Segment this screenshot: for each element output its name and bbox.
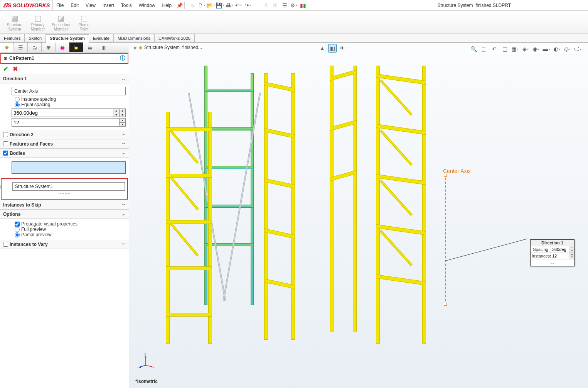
screen-capture-icon[interactable]: 🖵▾ [573, 45, 582, 53]
menu-file[interactable]: File [53, 0, 67, 11]
chevron-down-icon: ﹀ [122, 141, 126, 147]
tab-features[interactable]: Features [0, 34, 25, 42]
redo-icon[interactable]: ↷▾ [243, 1, 252, 10]
view-settings-icon[interactable]: ◐▾ [553, 45, 561, 53]
print-icon[interactable]: 🖶▾ [225, 1, 233, 10]
bodies-selection-box[interactable] [12, 161, 126, 174]
property-manager-tab-icon[interactable]: ☰ [14, 42, 28, 52]
partial-preview-radio[interactable]: Partial preview [15, 232, 126, 237]
section-label: Direction 1 [3, 76, 27, 81]
separator [184, 2, 185, 9]
view-cube-icon[interactable]: ◧ [328, 44, 337, 53]
appearance-tab-icon[interactable]: ▣ [69, 42, 83, 52]
center-axis-line[interactable] [445, 174, 446, 305]
section-view-icon[interactable]: ◫ [500, 45, 509, 53]
apply-scene-icon[interactable]: ▬▾ [542, 45, 551, 53]
callout-instances-input[interactable] [551, 253, 569, 259]
features-faces-header[interactable]: Features and Faces ﹀ [0, 139, 129, 149]
tab-evaluate[interactable]: Evaluate [89, 34, 114, 42]
options-list-icon[interactable]: ☰ [280, 1, 289, 10]
bodies-header[interactable]: Bodies ︿ [0, 149, 129, 158]
settings-gear-icon[interactable]: ⚙▾ [290, 1, 298, 10]
section-tab-icon[interactable]: ▥ [97, 42, 111, 52]
callout-spacing-spinner[interactable]: ▲▼ [569, 246, 574, 252]
options-header[interactable]: Options ︿ [0, 210, 129, 219]
save-icon[interactable]: 💾▾ [216, 1, 224, 10]
pin-icon[interactable]: 📌 [175, 1, 184, 10]
normal-to-icon[interactable]: ▲ [318, 44, 327, 53]
render-tab-icon[interactable]: ▤ [83, 42, 97, 52]
feature-manager-tab-icon[interactable]: ◆ [0, 42, 14, 52]
render-tools-icon[interactable]: ◎▾ [563, 45, 571, 53]
open-icon[interactable]: 📂▾ [206, 1, 215, 10]
angle-extra-spinner[interactable]: ▲▼ [120, 108, 126, 117]
expand-arrow-icon[interactable]: ▶ [134, 45, 137, 50]
angle-icon: ∡ [0, 109, 2, 117]
display-tab-icon[interactable]: ◉ [56, 42, 69, 52]
structure-selection-value: Structure System1 [15, 184, 53, 189]
menu-insert[interactable]: Insert [99, 0, 118, 11]
home-icon[interactable]: ⌂ [188, 1, 196, 10]
resize-handle[interactable] [4, 192, 125, 195]
pattern-axis-selection[interactable]: Center Axis [12, 87, 126, 95]
reverse-direction-icon[interactable]: ↻ [0, 87, 2, 95]
tab-mbd-dimensions[interactable]: MBD Dimensions [114, 34, 155, 42]
view-triad[interactable]: x y z [137, 351, 154, 369]
select-icon[interactable]: ⬚ [253, 1, 261, 10]
ok-button[interactable]: ✔ [3, 65, 8, 73]
display-style-icon[interactable]: ▦▾ [511, 45, 519, 53]
radio-label: Full preview [21, 227, 46, 232]
tab-sketch[interactable]: Sketch [25, 34, 46, 42]
menu-window[interactable]: Window [135, 0, 159, 11]
tab-structure-system[interactable]: Structure System [46, 34, 89, 42]
features-faces-checkbox[interactable] [3, 141, 8, 146]
menu-tools[interactable]: Tools [118, 0, 135, 11]
previous-view-icon[interactable]: ↶ [490, 45, 499, 53]
menu-help[interactable]: Help [159, 0, 175, 11]
direction2-checkbox[interactable] [3, 132, 8, 137]
dimxpert-tab-icon[interactable]: ⊕ [42, 42, 56, 52]
instances-skip-header[interactable]: Instances to Skip ﹀ [0, 200, 129, 210]
section-label: Options [3, 212, 20, 217]
angle-input[interactable] [12, 108, 113, 117]
solid-body-icon: ⬢ [0, 164, 2, 171]
instances-spinner[interactable]: ▲▼ [120, 118, 126, 127]
hide-all-types-icon[interactable]: 👁 [338, 44, 347, 53]
instance-spacing-radio[interactable]: Instance spacing [15, 97, 126, 102]
direction-callout[interactable]: Direction 1 Spacing: ▲▼ Instances: ▲▼ ︿ [530, 239, 575, 266]
new-icon[interactable]: 🗋▾ [197, 1, 206, 10]
full-preview-radio[interactable]: Full preview [15, 227, 126, 232]
equal-spacing-radio[interactable]: Equal spacing [15, 102, 126, 107]
bodies-checkbox[interactable] [3, 151, 8, 156]
angle-spinner[interactable]: ▲▼ [113, 108, 120, 117]
tab-camworks[interactable]: CAMWorks 2020 [155, 34, 195, 42]
callout-instances-spinner[interactable]: ▲▼ [569, 253, 574, 259]
edit-appearance-icon[interactable]: ◉▾ [532, 45, 540, 53]
compare-icon[interactable]: ▮▮ [299, 1, 307, 10]
axis-endpoint-bottom[interactable] [444, 303, 447, 306]
structure-system-selection[interactable]: Structure System1 [12, 182, 125, 191]
instances-input[interactable] [12, 118, 120, 127]
undo-icon[interactable]: ↶▾ [234, 1, 243, 10]
propagate-properties-checkbox[interactable]: Propagate visual properties [15, 221, 126, 227]
axis-endpoint-top[interactable] [444, 174, 447, 177]
zoom-fit-icon[interactable]: 🔍 [469, 45, 478, 53]
suppress-icon[interactable]: 8! [271, 1, 280, 10]
direction1-header[interactable]: Direction 1 ︿ [0, 74, 129, 83]
callout-collapse-icon[interactable]: ︿ [531, 259, 574, 266]
configuration-tab-icon[interactable]: 🗂 [28, 42, 42, 52]
zoom-area-icon[interactable]: ⬚ [480, 45, 488, 53]
instances-vary-checkbox[interactable] [3, 242, 8, 247]
breadcrumb[interactable]: ▶ ◆ Structure System_finished... [134, 45, 202, 50]
menu-edit[interactable]: Edit [67, 0, 82, 11]
hide-show-icon[interactable]: ◈▾ [521, 45, 530, 53]
direction2-header[interactable]: Direction 2 ﹀ [0, 130, 129, 139]
menu-view[interactable]: View [82, 0, 99, 11]
callout-spacing-input[interactable] [551, 246, 569, 252]
instances-vary-header[interactable]: Instances to Vary ﹀ [0, 240, 129, 249]
cancel-button[interactable]: ✖ [13, 65, 18, 73]
svg-marker-3 [145, 356, 147, 358]
help-icon[interactable]: ⓘ [120, 55, 125, 62]
rebuild-icon[interactable]: 8 [262, 1, 270, 10]
graphics-viewport[interactable]: ▶ ◆ Structure System_finished... ▲ ◧ 👁 🔍… [129, 42, 588, 388]
